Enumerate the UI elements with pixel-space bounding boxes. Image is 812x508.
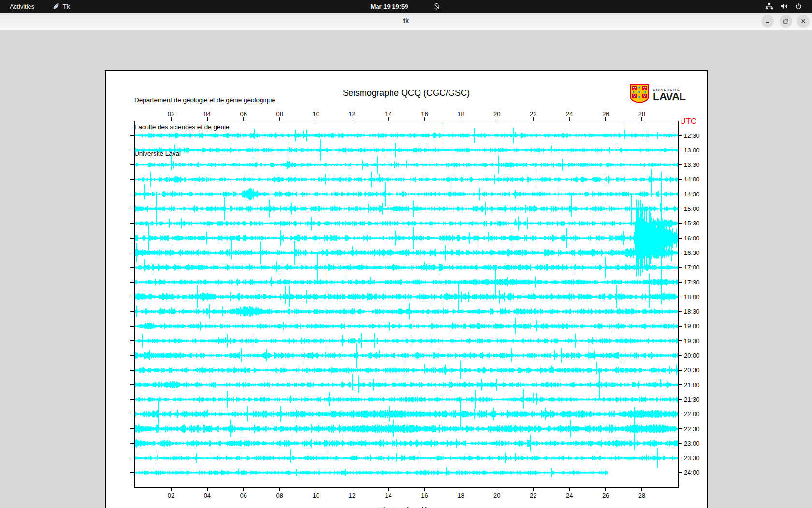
- utc-tick-label: 13:30: [684, 161, 700, 168]
- system-status-area[interactable]: [761, 0, 806, 13]
- utc-tick-label: 19:30: [684, 337, 700, 344]
- utc-tick-mark: [678, 238, 682, 239]
- utc-tick-mark: [678, 135, 682, 136]
- left-tick-mark: [130, 164, 135, 165]
- x-tick-label-bottom: 10: [309, 492, 323, 499]
- x-tick-mark-top: [388, 117, 389, 121]
- utc-tick-mark: [678, 399, 682, 400]
- x-tick-label-bottom: 14: [381, 492, 396, 499]
- left-tick-mark: [130, 340, 135, 341]
- activities-label: Activities: [10, 3, 34, 10]
- tk-feather-icon: [52, 2, 60, 10]
- close-button[interactable]: [797, 15, 810, 28]
- x-tick-mark-bottom: [641, 487, 642, 491]
- left-tick-mark: [130, 209, 135, 209]
- app-menu-button[interactable]: Tk: [48, 0, 73, 13]
- utc-tick-mark: [678, 282, 682, 283]
- x-tick-label-top: 12: [345, 110, 360, 118]
- x-tick-mark-top: [243, 117, 244, 121]
- utc-tick-mark: [678, 223, 682, 224]
- utc-tick-mark: [678, 297, 682, 298]
- left-tick-mark: [130, 150, 135, 151]
- utc-tick-label: 21:00: [684, 381, 700, 388]
- x-tick-label-bottom: 28: [635, 492, 649, 499]
- power-icon: [795, 2, 802, 10]
- x-tick-mark-top: [279, 117, 280, 121]
- left-tick-mark: [130, 311, 135, 312]
- x-tick-mark-bottom: [279, 487, 280, 491]
- utc-tick-mark: [678, 414, 682, 415]
- left-tick-mark: [130, 282, 135, 283]
- x-tick-label-bottom: 06: [236, 492, 251, 499]
- left-tick-mark: [130, 326, 135, 327]
- left-tick-mark: [130, 399, 135, 400]
- minimize-button[interactable]: [761, 15, 774, 28]
- x-tick-mark-bottom: [207, 487, 208, 491]
- x-axis-title: Minutes écoulées: [106, 506, 707, 508]
- x-tick-label-top: 04: [200, 110, 215, 118]
- utc-tick-label: 18:00: [684, 293, 700, 300]
- utc-tick-label: 18:30: [684, 308, 700, 315]
- left-tick-mark: [130, 472, 135, 473]
- window-titlebar[interactable]: tk: [0, 13, 812, 30]
- clock-label: Mar 19 19:59: [370, 3, 408, 10]
- helicorder-canvas: [135, 121, 678, 487]
- left-tick-mark: [130, 223, 135, 224]
- x-tick-mark-top: [533, 117, 534, 121]
- left-tick-mark: [130, 384, 135, 385]
- x-tick-label-top: 22: [526, 110, 540, 118]
- utc-tick-label: 16:30: [684, 249, 700, 256]
- x-tick-label-bottom: 16: [417, 492, 432, 499]
- utc-tick-mark: [678, 311, 682, 312]
- clock-button[interactable]: Mar 19 19:59: [349, 0, 429, 13]
- x-tick-label-bottom: 04: [200, 492, 215, 499]
- utc-tick-label: 16:00: [684, 235, 700, 242]
- tk-window-content: Département de géologie et de génie géol…: [0, 30, 812, 508]
- x-tick-label-bottom: 20: [490, 492, 504, 499]
- utc-tick-mark: [678, 443, 682, 444]
- left-tick-mark: [130, 414, 135, 415]
- left-tick-mark: [130, 297, 135, 298]
- maximize-button[interactable]: [780, 15, 792, 28]
- utc-tick-mark: [678, 326, 682, 327]
- utc-tick-mark: [678, 150, 682, 151]
- window-title: tk: [0, 17, 812, 25]
- left-tick-mark: [130, 370, 135, 371]
- utc-tick-label: 23:30: [684, 454, 700, 462]
- utc-tick-label: 17:30: [684, 279, 700, 286]
- left-tick-mark: [130, 428, 135, 429]
- x-tick-mark-top: [497, 117, 498, 121]
- left-tick-mark: [130, 238, 135, 239]
- notifications-muted-icon[interactable]: [429, 0, 444, 13]
- desktop-screen: Activities Tk Mar 19 19:59: [0, 0, 812, 508]
- x-tick-mark-bottom: [605, 487, 606, 491]
- utc-tick-label: 13:00: [684, 147, 700, 154]
- utc-tick-label: 14:00: [684, 176, 700, 183]
- x-tick-label-top: 28: [635, 110, 649, 118]
- left-tick-mark: [130, 458, 135, 459]
- x-tick-mark-bottom: [533, 487, 534, 491]
- utc-tick-label: 15:00: [684, 205, 700, 212]
- x-tick-label-top: 26: [598, 110, 613, 118]
- utc-tick-mark: [678, 428, 682, 429]
- x-tick-mark-top: [171, 117, 172, 121]
- x-tick-label-bottom: 26: [598, 492, 613, 499]
- left-tick-mark: [130, 135, 135, 136]
- utc-tick-label: 20:00: [684, 352, 700, 359]
- network-wired-icon: [765, 2, 773, 10]
- utc-tick-label: 20:30: [684, 366, 700, 374]
- utc-tick-label: 21:30: [684, 396, 700, 403]
- activities-button[interactable]: Activities: [6, 0, 38, 13]
- x-tick-label-top: 18: [453, 110, 468, 118]
- utc-tick-mark: [678, 384, 682, 385]
- x-tick-label-top: 20: [490, 110, 504, 118]
- utc-tick-label: 12:30: [684, 132, 700, 139]
- utc-tick-label: 24:00: [684, 469, 700, 476]
- x-tick-label-bottom: 24: [562, 492, 577, 499]
- utc-tick-mark: [678, 164, 682, 165]
- left-tick-mark: [130, 194, 135, 194]
- left-tick-mark: [130, 253, 135, 254]
- x-tick-mark-top: [569, 117, 570, 121]
- x-tick-mark-bottom: [171, 487, 172, 491]
- volume-icon: [780, 2, 788, 10]
